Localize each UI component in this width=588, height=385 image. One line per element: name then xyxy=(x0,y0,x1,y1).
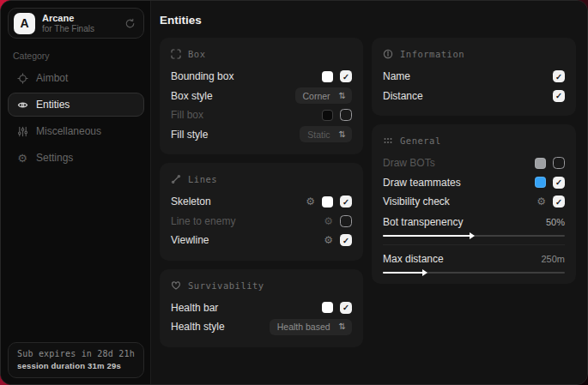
health-style-dropdown[interactable]: Health based ⇅ xyxy=(270,319,352,335)
card-survivability: Survivability Health bar Health style He… xyxy=(160,269,363,347)
checkbox[interactable] xyxy=(553,177,565,189)
gear-icon[interactable]: ⚙ xyxy=(324,235,333,245)
bot-transparency-group: Bot transpenency 50% xyxy=(383,214,565,237)
gear-icon[interactable]: ⚙ xyxy=(536,196,546,207)
checkbox[interactable] xyxy=(340,70,352,82)
setting-label: Distance xyxy=(383,90,423,102)
box-style-dropdown[interactable]: Corner ⇅ xyxy=(295,87,353,104)
eye-scan-icon xyxy=(16,99,28,111)
max-distance-slider[interactable] xyxy=(383,272,565,274)
main-panel: Entities Box Bounding box xyxy=(151,1,587,384)
sidebar-item-aimbot[interactable]: Aimbot xyxy=(8,66,144,90)
card-header-label: Survivability xyxy=(188,280,264,291)
setting-row-visibility-check: Visibility check ⚙ xyxy=(383,192,565,212)
setting-row-box-style: Box style Corner ⇅ xyxy=(171,87,352,106)
max-distance-group: Max distance 250m xyxy=(383,251,565,274)
setting-row-health-style: Health style Health based ⇅ xyxy=(171,317,352,337)
bounding-box-icon xyxy=(171,49,181,59)
gear-icon: ⚙ xyxy=(16,152,28,165)
setting-row-draw-bots: Draw BOTs xyxy=(383,153,565,173)
subscription-card: Sub expires in 28d 21h session duration … xyxy=(8,342,144,378)
checkbox[interactable] xyxy=(553,157,565,169)
card-header-label: Lines xyxy=(188,174,217,184)
sidebar-item-miscellaneous[interactable]: Miscellaneous xyxy=(8,119,144,143)
checkbox[interactable] xyxy=(340,215,352,227)
sidebar-item-label: Aimbot xyxy=(36,72,68,84)
gear-icon[interactable]: ⚙ xyxy=(306,196,315,207)
gear-icon[interactable]: ⚙ xyxy=(324,216,333,226)
setting-label: Bot transpenency xyxy=(383,216,463,228)
fill-style-dropdown[interactable]: Static ⇅ xyxy=(300,126,352,142)
setting-label: Viewline xyxy=(171,234,209,246)
crosshair-icon xyxy=(16,73,28,84)
info-icon xyxy=(383,49,393,59)
sub-expiry-text: Sub expires in 28d 21h xyxy=(17,349,135,358)
card-header-label: Information xyxy=(400,49,464,59)
setting-row-bounding-box: Bounding box xyxy=(171,67,352,87)
setting-label: Health bar xyxy=(171,302,218,314)
logo-card: A Arcane for The Finals xyxy=(8,8,144,39)
setting-label: Visibility check xyxy=(383,196,450,208)
divider xyxy=(383,244,565,245)
sidebar-item-label: Entities xyxy=(36,99,70,111)
setting-row-skeleton: Skeleton ⚙ xyxy=(171,192,352,212)
grid-dots-icon xyxy=(383,135,393,146)
setting-row-line-to-enemy: Line to enemy ⚙ xyxy=(171,212,352,232)
sidebar: A Arcane for The Finals Category xyxy=(1,1,151,384)
setting-label: Max distance xyxy=(383,253,444,265)
sidebar-item-label: Settings xyxy=(36,152,73,164)
app-subtitle: for The Finals xyxy=(42,24,118,34)
card-header-label: General xyxy=(400,135,441,146)
slider-handle[interactable] xyxy=(470,232,475,239)
dropdown-value: Health based xyxy=(277,322,330,332)
checkbox[interactable] xyxy=(340,196,352,208)
dropdown-value: Static xyxy=(307,129,330,140)
checkbox[interactable] xyxy=(553,70,565,82)
setting-label: Draw BOTs xyxy=(383,157,435,169)
checkbox[interactable] xyxy=(553,90,565,102)
setting-label: Name xyxy=(383,70,410,82)
setting-label: Bounding box xyxy=(171,70,233,82)
checkbox[interactable] xyxy=(340,234,352,246)
sidebar-item-entities[interactable]: Entities xyxy=(8,93,144,117)
setting-row-health-bar: Health bar xyxy=(171,298,352,318)
setting-label: Fill box xyxy=(171,109,203,121)
setting-label: Skeleton xyxy=(171,196,211,208)
color-swatch[interactable] xyxy=(322,302,333,313)
setting-label: Draw teammates xyxy=(383,177,461,189)
setting-row-viewline: Viewline ⚙ xyxy=(171,231,352,250)
bot-transparency-slider[interactable] xyxy=(383,235,565,237)
sidebar-item-settings[interactable]: ⚙ Settings xyxy=(8,146,144,170)
sidebar-item-label: Miscellaneous xyxy=(36,125,101,137)
color-swatch[interactable] xyxy=(322,71,333,82)
color-swatch[interactable] xyxy=(535,158,546,169)
line-icon xyxy=(171,174,181,184)
checkbox[interactable] xyxy=(340,302,352,314)
app-title: Arcane xyxy=(42,13,118,24)
setting-label: Fill style xyxy=(171,129,208,141)
slider-handle[interactable] xyxy=(422,269,427,276)
refresh-icon[interactable] xyxy=(124,18,136,29)
sort-arrows-icon: ⇅ xyxy=(339,322,346,331)
color-swatch[interactable] xyxy=(535,177,546,188)
category-label: Category xyxy=(13,51,144,61)
page-title: Entities xyxy=(160,14,576,27)
setting-label: Box style xyxy=(171,90,213,102)
sort-arrows-icon: ⇅ xyxy=(339,92,346,100)
dropdown-value: Corner xyxy=(303,91,330,101)
slider-value: 250m xyxy=(541,254,565,264)
card-information: Information Name Distance xyxy=(372,38,576,116)
sidebar-nav: Aimbot Entities Miscellaneous xyxy=(8,66,144,170)
checkbox[interactable] xyxy=(340,109,352,121)
color-swatch[interactable] xyxy=(322,196,333,208)
color-swatch[interactable] xyxy=(322,110,333,121)
setting-row-fill-box: Fill box xyxy=(171,105,352,125)
app-window: A Arcane for The Finals Category xyxy=(0,0,588,385)
checkbox[interactable] xyxy=(553,196,565,208)
session-duration-text: session duration 31m 29s xyxy=(17,361,135,370)
setting-row-draw-teammates: Draw teammates xyxy=(383,173,565,193)
heart-icon xyxy=(171,280,181,291)
slider-value: 50% xyxy=(546,217,565,227)
setting-row-distance: Distance xyxy=(383,87,565,106)
card-general: General Draw BOTs Draw teammates xyxy=(372,124,576,284)
